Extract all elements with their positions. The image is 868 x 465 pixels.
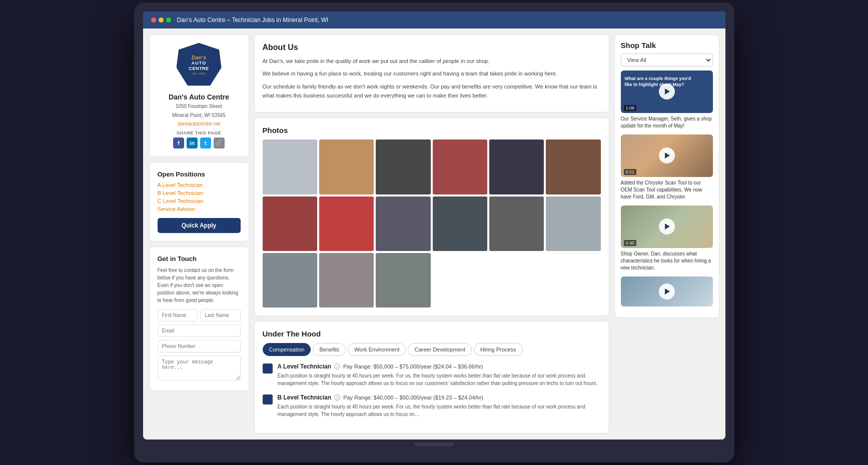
position-c-level[interactable]: C Level Technician (158, 198, 241, 204)
social-icons-row: f in t 🔗 (173, 138, 225, 148)
play-triangle-3 (665, 224, 670, 230)
video-thumb-3[interactable]: 0:40 (621, 206, 713, 248)
video-item-4 (621, 276, 713, 306)
job-a-icon (263, 364, 273, 374)
logo-dan: Dan's (192, 55, 207, 60)
laptop-bottom (143, 442, 725, 448)
photo-8[interactable] (319, 196, 374, 251)
photo-1[interactable] (263, 140, 317, 194)
first-name-input[interactable] (158, 309, 198, 322)
video-desc-1: Our Service Manager, Seth, gives a shop … (621, 116, 713, 130)
linkedin-icon[interactable]: in (187, 138, 198, 148)
center-content: About Us At Dan's, we take pride in the … (249, 34, 614, 434)
share-label: SHARE THIS PAGE (177, 130, 221, 136)
position-a-level[interactable]: A Level Technician (158, 182, 241, 188)
photo-3[interactable] (376, 140, 430, 194)
dot-red (151, 18, 156, 22)
job-a-title: A Level Technician (278, 363, 331, 370)
position-service-advisor[interactable]: Service Advisor (158, 206, 241, 212)
browser-title: Dan's Auto Centre – Technician Jobs in M… (177, 16, 329, 24)
under-hood-title: Under The Hood (263, 330, 601, 338)
photos-grid (263, 140, 601, 308)
facebook-icon[interactable]: f (173, 138, 184, 148)
company-address-line2: Mineral Point, WI 53565 (172, 112, 226, 119)
company-card: Dan's AUTO CENTRE Est. 1992 Dan's Auto C… (149, 34, 249, 157)
shop-talk-title: Shop Talk (621, 41, 713, 50)
job-a-title-row: A Level Technician i Pay Range: $50,000 … (278, 363, 601, 370)
job-b-pay: Pay Range: $40,000 – $50,000/year ($19.2… (343, 394, 483, 400)
job-a-desc: Each position is straight hourly at 40 h… (278, 372, 601, 387)
phone-input[interactable] (158, 340, 241, 352)
job-b-title-row: B Level Technician i Pay Range: $40,000 … (278, 394, 601, 401)
photo-4[interactable] (433, 140, 487, 194)
video-thumb-4[interactable] (621, 276, 713, 306)
play-button-1[interactable] (659, 84, 675, 100)
dot-yellow (159, 18, 164, 22)
company-website-link[interactable]: dansautocentre.net (178, 121, 221, 126)
laptop-screen: Dan's Auto Centre – Technician Jobs in M… (143, 12, 725, 440)
video-desc-2: Added the Chrysler Scan Tool to our OEM … (621, 180, 713, 200)
video-item-2: 0:21 Added the Chrysler Scan Tool to our… (621, 134, 713, 200)
video-thumb-2[interactable]: 0:21 (621, 134, 713, 177)
job-a-info-icon[interactable]: i (334, 364, 340, 370)
left-sidebar: Dan's AUTO CENTRE Est. 1992 Dan's Auto C… (149, 34, 249, 434)
job-b-level: B Level Technician i Pay Range: $40,000 … (263, 394, 601, 418)
play-triangle-2 (665, 152, 670, 158)
photo-2[interactable] (319, 140, 374, 194)
photo-9[interactable] (376, 196, 430, 251)
job-a-details: A Level Technician i Pay Range: $50,000 … (278, 363, 601, 387)
photo-13[interactable] (263, 253, 317, 308)
open-positions-title: Open Positions (158, 170, 241, 178)
dot-green (166, 18, 171, 22)
shop-talk-card: Shop Talk View All Recent Popular What a… (614, 34, 719, 318)
video-duration-2: 0:21 (624, 169, 637, 175)
photo-7[interactable] (263, 196, 317, 251)
about-title: About Us (263, 43, 601, 52)
email-input[interactable] (158, 324, 241, 337)
photo-6[interactable] (546, 140, 600, 194)
view-all-select[interactable]: View All Recent Popular (621, 54, 713, 66)
browser-bar: Dan's Auto Centre – Technician Jobs in M… (143, 12, 725, 28)
photo-14[interactable] (319, 253, 374, 308)
about-card: About Us At Dan's, we take pride in the … (254, 34, 609, 112)
photo-11[interactable] (489, 196, 544, 251)
main-layout: Dan's AUTO CENTRE Est. 1992 Dan's Auto C… (143, 28, 725, 440)
video-overlay-1: What are a couple things you'd like to h… (625, 76, 693, 88)
tab-hiring-process[interactable]: Hiring Process (474, 343, 523, 356)
play-button-2[interactable] (659, 148, 675, 164)
copy-link-icon[interactable]: 🔗 (214, 138, 225, 148)
company-logo: Dan's AUTO CENTRE Est. 1992 (177, 43, 222, 88)
about-para-2: We believe in having a fun place to work… (263, 70, 601, 78)
quick-apply-button[interactable]: Quick Apply (158, 218, 241, 233)
job-a-level: A Level Technician i Pay Range: $50,000 … (263, 363, 601, 387)
position-b-level[interactable]: B Level Technician (158, 190, 241, 196)
under-hood-card: Under The Hood Compensation Benefits Wor… (254, 321, 609, 434)
photo-12[interactable] (546, 196, 600, 251)
open-positions-card: Open Positions A Level Technician B Leve… (149, 162, 249, 242)
about-para-3: Our schedule is family friendly as we do… (263, 82, 601, 100)
last-name-input[interactable] (201, 309, 241, 322)
tab-compensation[interactable]: Compensation (263, 343, 311, 356)
photos-card: Photos (254, 118, 609, 316)
company-address-line1: 1050 Fountain Street (176, 103, 222, 110)
twitter-icon[interactable]: t (200, 138, 211, 148)
job-b-info-icon[interactable]: i (334, 394, 340, 400)
play-button-3[interactable] (659, 218, 675, 234)
play-triangle-1 (665, 88, 670, 94)
get-in-touch-desc: Feel free to contact us on the form belo… (158, 266, 241, 304)
photo-15[interactable] (376, 253, 430, 308)
photos-title: Photos (263, 126, 601, 134)
play-button-4[interactable] (659, 284, 675, 300)
browser-dots (151, 18, 171, 22)
video-item-3: 0:40 Shop Owner, Dan, discusses what cha… (621, 206, 713, 272)
get-in-touch-card: Get in Touch Feel free to contact us on … (149, 246, 249, 391)
tab-career-development[interactable]: Career Development (408, 343, 472, 356)
tab-benefits[interactable]: Benefits (313, 343, 346, 356)
tab-work-environment[interactable]: Work Environment (348, 343, 406, 356)
under-hood-tabs: Compensation Benefits Work Environment C… (263, 343, 601, 356)
video-thumb-1[interactable]: What are a couple things you'd like to h… (621, 70, 713, 113)
message-textarea[interactable] (158, 356, 241, 380)
photo-10[interactable] (433, 196, 487, 251)
photo-5[interactable] (489, 140, 544, 194)
logo-centre: CENTRE (189, 66, 209, 72)
